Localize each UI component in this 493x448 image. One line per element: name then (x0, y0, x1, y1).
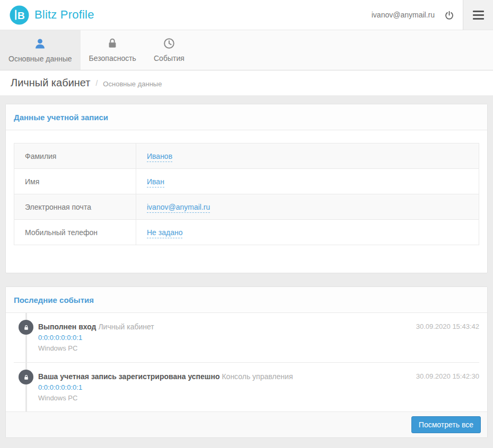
clock-icon (163, 38, 175, 49)
event-device: Windows PC (38, 393, 479, 403)
hamburger-icon (473, 11, 484, 20)
event-context: Консоль управления (222, 372, 293, 381)
event-ip: 0:0:0:0:0:0:0:1 (38, 383, 479, 392)
field-label-surname: Фамилия (14, 144, 136, 169)
user-icon (34, 38, 46, 50)
event-lock-icon (19, 370, 33, 384)
event-timestamp: 30.09.2020 15:42:30 (416, 372, 479, 380)
tab-security[interactable]: Безопасность (81, 30, 145, 70)
field-value-email[interactable]: ivanov@anymail.ru (147, 203, 210, 213)
event-device: Windows PC (38, 344, 479, 353)
tab-label: Безопасность (89, 54, 136, 62)
header-right: ivanov@anymail.ru (372, 0, 493, 30)
events-card-footer: Посмотреть все (6, 411, 487, 437)
account-card-title: Данные учетной записи (6, 104, 487, 130)
table-row: Фамилия Иванов (14, 144, 479, 169)
main-content: Данные учетной записи Фамилия Иванов Имя… (0, 95, 493, 448)
tab-label: Основные данные (8, 55, 72, 63)
field-value-surname[interactable]: Иванов (147, 152, 172, 162)
breadcrumb: Личный кабинет / Основные данные (0, 70, 493, 95)
app-title: Blitz Profile (34, 8, 94, 22)
events-list: Выполнен вход Личный кабинет 0:0:0:0:0:0… (6, 313, 487, 411)
event-item-login: Выполнен вход Личный кабинет 0:0:0:0:0:0… (14, 313, 479, 362)
tab-label: События (154, 54, 184, 62)
blitz-profile-page: B Blitz Profile ivanov@anymail.ru (0, 0, 493, 448)
account-table: Фамилия Иванов Имя Иван Электронная почт… (14, 143, 479, 245)
tab-events[interactable]: События (145, 30, 193, 70)
logout-button[interactable] (443, 9, 455, 21)
account-data-card: Данные учетной записи Фамилия Иванов Имя… (5, 104, 488, 273)
event-lock-icon (19, 320, 33, 335)
tab-main-data[interactable]: Основные данные (0, 30, 81, 70)
events-card-title: Последние события (6, 287, 487, 313)
user-email: ivanov@anymail.ru (372, 11, 435, 19)
recent-events-card: Последние события Выполнен вход Личный к… (5, 286, 488, 438)
table-row: Электронная почта ivanov@anymail.ru (14, 194, 479, 220)
event-headline: Выполнен вход Личный кабинет (38, 321, 479, 332)
event-ip: 0:0:0:0:0:0:0:1 (38, 333, 479, 343)
event-item-registration: Ваша учетная запись зарегистрирована усп… (14, 362, 479, 411)
breadcrumb-separator: / (95, 79, 98, 87)
breadcrumb-section: Основные данные (103, 78, 162, 88)
view-all-button[interactable]: Посмотреть все (411, 416, 481, 433)
event-title: Выполнен вход (38, 322, 96, 331)
account-card-body: Фамилия Иванов Имя Иван Электронная почт… (6, 130, 487, 273)
table-row: Мобильный телефон Не задано (14, 220, 479, 245)
event-timestamp: 30.09.2020 15:43:42 (416, 322, 479, 330)
power-icon (444, 10, 454, 20)
field-value-phone[interactable]: Не задано (147, 228, 182, 238)
event-title: Ваша учетная запись зарегистрирована усп… (38, 372, 220, 381)
event-headline: Ваша учетная запись зарегистрирована усп… (38, 371, 479, 382)
field-value-name[interactable]: Иван (147, 177, 164, 187)
svg-text:B: B (17, 10, 25, 21)
hamburger-menu-button[interactable] (463, 0, 493, 30)
lock-icon (107, 38, 118, 49)
app-header: B Blitz Profile ivanov@anymail.ru (0, 0, 493, 30)
breadcrumb-title: Личный кабинет (11, 77, 90, 89)
brand: B Blitz Profile (0, 5, 94, 25)
field-label-phone: Мобильный телефон (14, 220, 136, 245)
table-row: Имя Иван (14, 169, 479, 194)
event-context: Личный кабинет (98, 322, 154, 331)
blitz-logo-icon: B (10, 5, 29, 25)
field-label-name: Имя (14, 169, 136, 194)
tab-bar: Основные данные Безопасность События (0, 30, 493, 70)
field-label-email: Электронная почта (14, 194, 136, 220)
